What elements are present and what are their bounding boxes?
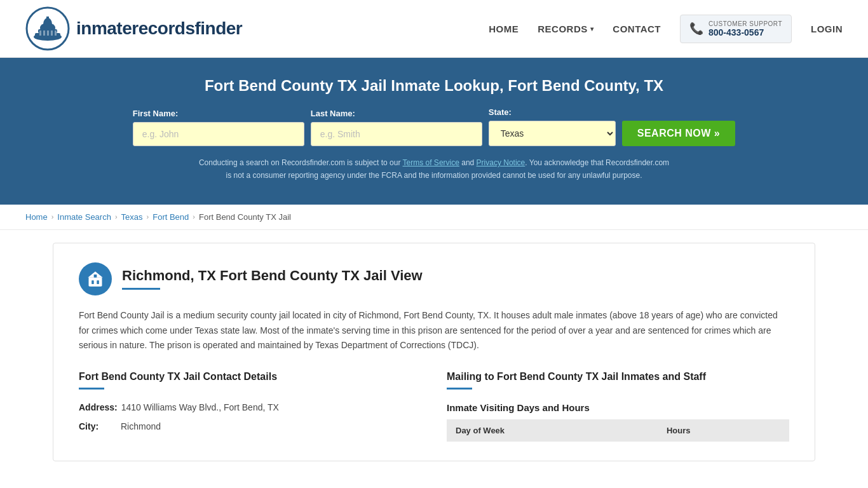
svg-rect-16 <box>94 274 97 278</box>
two-col-section: Fort Bend County TX Jail Contact Details… <box>79 371 789 442</box>
logo-area: inmaterecordsfinder <box>25 6 242 51</box>
first-name-input[interactable] <box>133 122 304 146</box>
nav-records[interactable]: RECORDS ▾ <box>538 24 593 34</box>
city-label: City: <box>79 421 117 431</box>
breadcrumb-home[interactable]: Home <box>25 212 48 222</box>
mailing-heading-line <box>447 388 472 390</box>
col-hours: Hours <box>658 419 789 442</box>
building-icon <box>86 270 104 288</box>
privacy-link[interactable]: Privacy Notice <box>477 158 526 167</box>
card-header: Richmond, TX Fort Bend County TX Jail Vi… <box>79 262 789 295</box>
last-name-group: Last Name: <box>311 109 482 146</box>
city-value: Richmond <box>121 421 161 431</box>
first-name-label: First Name: <box>133 109 179 118</box>
jail-icon-circle <box>79 262 112 295</box>
logo-text: inmaterecordsfinder <box>76 18 242 39</box>
breadcrumb-sep-4: › <box>193 213 195 220</box>
nav-home[interactable]: HOME <box>489 24 519 34</box>
nav-login[interactable]: LOGIN <box>811 24 843 34</box>
svg-rect-9 <box>47 30 49 36</box>
contact-heading-line <box>79 388 104 390</box>
first-name-group: First Name: <box>133 109 304 146</box>
support-number: 800-433-0567 <box>709 27 782 37</box>
breadcrumb-sep-1: › <box>51 213 54 220</box>
mailing-heading: Mailing to Fort Bend County TX Jail Inma… <box>447 371 789 383</box>
svg-rect-11 <box>55 30 57 36</box>
address-label: Address: <box>79 402 118 412</box>
svg-rect-14 <box>97 280 99 284</box>
content-card: Richmond, TX Fort Bend County TX Jail Vi… <box>53 243 815 461</box>
card-title-underline <box>122 288 160 290</box>
svg-rect-7 <box>39 30 41 36</box>
breadcrumb-sep-2: › <box>115 213 118 220</box>
visiting-heading: Inmate Visiting Days and Hours <box>447 402 789 413</box>
svg-rect-13 <box>92 280 94 284</box>
hero-disclaimer: Conducting a search on Recordsfinder.com… <box>196 156 672 182</box>
site-header: inmaterecordsfinder HOME RECORDS ▾ CONTA… <box>0 0 868 58</box>
nav-contact[interactable]: CONTACT <box>613 24 661 34</box>
mailing-section: Mailing to Fort Bend County TX Jail Inma… <box>447 371 789 442</box>
support-label: CUSTOMER SUPPORT <box>709 20 782 27</box>
customer-support-button[interactable]: 📞 CUSTOMER SUPPORT 800-433-0567 <box>680 15 792 43</box>
col-day: Day of Week <box>447 419 658 442</box>
city-row: City: Richmond <box>79 421 421 431</box>
hero-section: Fort Bend County TX Jail Inmate Lookup, … <box>0 58 868 205</box>
last-name-input[interactable] <box>311 122 482 146</box>
search-button[interactable]: SEARCH NOW » <box>622 121 735 146</box>
main-content: Richmond, TX Fort Bend County TX Jail Vi… <box>27 230 841 480</box>
last-name-label: Last Name: <box>311 109 355 118</box>
breadcrumb: Home › Inmate Search › Texas › Fort Bend… <box>0 205 868 230</box>
chevron-down-icon: ▾ <box>590 25 594 32</box>
breadcrumb-fort-bend[interactable]: Fort Bend <box>153 212 189 222</box>
breadcrumb-texas[interactable]: Texas <box>121 212 143 222</box>
contact-heading: Fort Bend County TX Jail Contact Details <box>79 371 421 383</box>
logo-icon <box>25 6 70 51</box>
address-row: Address: 1410 Williams Way Blvd., Fort B… <box>79 402 421 412</box>
state-label: State: <box>489 107 512 117</box>
address-value: 1410 Williams Way Blvd., Fort Bend, TX <box>121 402 279 412</box>
state-select[interactable]: Texas Alabama California Florida New Yor… <box>489 121 616 146</box>
visiting-table: Day of Week Hours <box>447 419 789 442</box>
card-title: Richmond, TX Fort Bend County TX Jail Vi… <box>122 268 423 284</box>
svg-rect-8 <box>43 30 45 36</box>
phone-icon: 📞 <box>689 22 703 36</box>
breadcrumb-sep-3: › <box>147 213 149 220</box>
svg-rect-10 <box>51 30 53 36</box>
svg-rect-6 <box>46 17 49 22</box>
main-nav: HOME RECORDS ▾ CONTACT 📞 CUSTOMER SUPPOR… <box>489 15 843 43</box>
terms-link[interactable]: Terms of Service <box>403 158 459 167</box>
state-group: State: Texas Alabama California Florida … <box>489 107 616 146</box>
card-description: Fort Bend County Jail is a medium securi… <box>79 308 789 353</box>
hero-title: Fort Bend County TX Jail Inmate Lookup, … <box>25 77 843 95</box>
breadcrumb-current: Fort Bend County TX Jail <box>199 212 291 222</box>
svg-rect-17 <box>90 284 100 287</box>
breadcrumb-inmate-search[interactable]: Inmate Search <box>57 212 111 222</box>
contact-section: Fort Bend County TX Jail Contact Details… <box>79 371 421 442</box>
search-form: First Name: Last Name: State: Texas Alab… <box>25 107 843 146</box>
